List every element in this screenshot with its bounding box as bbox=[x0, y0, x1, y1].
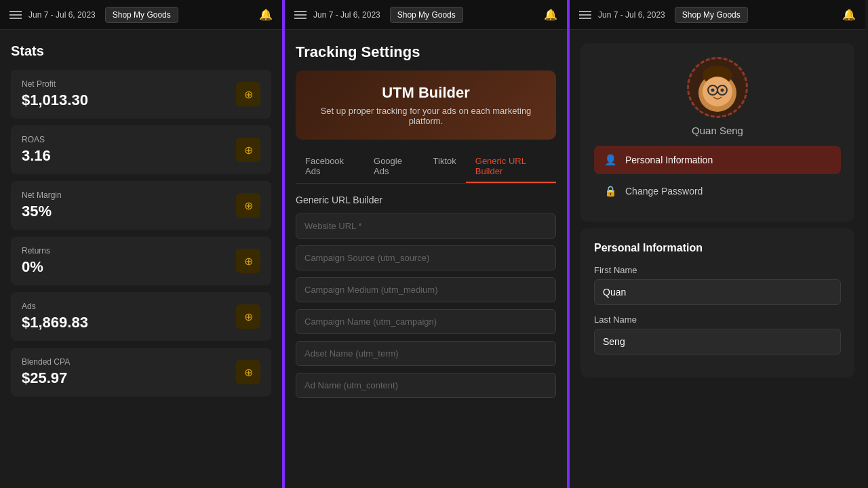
stat-target-icon: ⊕ bbox=[236, 360, 260, 384]
stat-target-icon: ⊕ bbox=[236, 304, 260, 329]
stat-value: 3.16 bbox=[22, 147, 51, 165]
stat-label: Ads bbox=[22, 302, 88, 311]
form-fields bbox=[296, 214, 556, 405]
stat-label: Returns bbox=[22, 246, 50, 256]
left-date: Jun 7 - Jul 6, 2023 bbox=[28, 10, 96, 20]
stat-info: ROAS 3.16 bbox=[22, 135, 51, 165]
left-content: Stats Net Profit $1,013.30 ⊕ ROAS 3.16 ⊕… bbox=[0, 30, 282, 488]
utm-banner: UTM Builder Set up proper tracking for y… bbox=[296, 70, 556, 140]
stat-info: Net Profit $1,013.30 bbox=[22, 79, 88, 109]
stat-label: Net Margin bbox=[22, 190, 62, 200]
stat-card: ROAS 3.16 ⊕ bbox=[11, 125, 271, 174]
left-bell-icon[interactable]: 🔔 bbox=[259, 8, 273, 21]
middle-bell-icon[interactable]: 🔔 bbox=[544, 8, 557, 21]
svg-point-8 bbox=[721, 89, 724, 92]
stat-value: $1,869.83 bbox=[22, 314, 88, 331]
personal-info-section: Personal Information First Name Last Nam… bbox=[580, 228, 854, 378]
stat-label: Net Profit bbox=[22, 79, 88, 89]
middle-shop-button[interactable]: Shop My Goods bbox=[390, 7, 463, 23]
left-panel: Jun 7 - Jul 6, 2023 Shop My Goods 🔔 Stat… bbox=[0, 0, 285, 488]
tab-item[interactable]: Tiktok bbox=[424, 150, 466, 183]
stat-target-icon: ⊕ bbox=[236, 138, 260, 162]
first-name-label: First Name bbox=[594, 265, 841, 275]
stat-target-icon: ⊕ bbox=[236, 249, 260, 273]
stats-list: Net Profit $1,013.30 ⊕ ROAS 3.16 ⊕ Net M… bbox=[11, 70, 271, 396]
profile-name: Quan Seng bbox=[692, 125, 743, 136]
stat-target-icon: ⊕ bbox=[236, 193, 260, 218]
middle-content: Tracking Settings UTM Builder Set up pro… bbox=[285, 30, 567, 488]
utm-form-input[interactable] bbox=[296, 277, 556, 302]
utm-banner-subtitle: Set up proper tracking for your ads on e… bbox=[309, 106, 542, 126]
tab-item[interactable]: Google Ads bbox=[364, 150, 424, 183]
stat-info: Ads $1,869.83 bbox=[22, 302, 88, 331]
stat-card: Ads $1,869.83 ⊕ bbox=[11, 292, 271, 341]
right-shop-button[interactable]: Shop My Goods bbox=[675, 7, 748, 23]
middle-menu-icon[interactable] bbox=[294, 11, 307, 19]
right-bell-icon[interactable]: 🔔 bbox=[842, 8, 856, 21]
middle-date: Jun 7 - Jul 6, 2023 bbox=[313, 10, 380, 20]
middle-panel: Jun 7 - Jul 6, 2023 Shop My Goods 🔔 Trac… bbox=[285, 0, 570, 488]
right-menu-icon[interactable] bbox=[579, 11, 591, 19]
stat-card: Net Margin 35% ⊕ bbox=[11, 181, 271, 230]
menu-item-label: Change Password bbox=[625, 186, 703, 197]
tab-item[interactable]: Generic URL Builder bbox=[466, 150, 556, 183]
left-topbar: Jun 7 - Jul 6, 2023 Shop My Goods 🔔 bbox=[0, 0, 282, 30]
last-name-input[interactable] bbox=[594, 329, 841, 354]
middle-topbar: Jun 7 - Jul 6, 2023 Shop My Goods 🔔 bbox=[285, 0, 567, 30]
stat-value: 35% bbox=[22, 203, 62, 220]
left-menu-icon[interactable] bbox=[9, 11, 22, 19]
profile-menu-item[interactable]: 🔒 Change Password bbox=[594, 177, 841, 205]
form-section-label: Generic URL Builder bbox=[296, 195, 556, 205]
tabs-row: Facebook AdsGoogle AdsTiktokGeneric URL … bbox=[296, 150, 556, 184]
stat-card: Blended CPA $25.97 ⊕ bbox=[11, 348, 271, 396]
profile-card: Quan Seng 👤 Personal Information 🔒 Chang… bbox=[580, 43, 854, 222]
utm-form-input[interactable] bbox=[296, 373, 556, 398]
stat-value: 0% bbox=[22, 258, 50, 276]
menu-item-label: Personal Information bbox=[625, 155, 713, 165]
stat-value: $1,013.30 bbox=[22, 92, 88, 109]
stat-label: Blended CPA bbox=[22, 357, 70, 367]
utm-form-input[interactable] bbox=[296, 214, 556, 239]
utm-banner-title: UTM Builder bbox=[309, 84, 542, 102]
avatar bbox=[687, 57, 748, 118]
stat-label: ROAS bbox=[22, 135, 51, 144]
utm-form-input[interactable] bbox=[296, 341, 556, 366]
profile-menu-item[interactable]: 👤 Personal Information bbox=[594, 146, 841, 174]
tab-item[interactable]: Facebook Ads bbox=[296, 150, 364, 183]
first-name-input[interactable] bbox=[594, 279, 841, 305]
right-content: Quan Seng 👤 Personal Information 🔒 Chang… bbox=[570, 30, 865, 488]
right-topbar: Jun 7 - Jul 6, 2023 Shop My Goods 🔔 bbox=[570, 0, 865, 30]
stat-info: Returns 0% bbox=[22, 246, 50, 276]
menu-item-icon: 🔒 bbox=[604, 184, 617, 198]
left-shop-button[interactable]: Shop My Goods bbox=[105, 7, 178, 23]
profile-menu: 👤 Personal Information 🔒 Change Password bbox=[594, 146, 841, 208]
stat-target-icon: ⊕ bbox=[236, 82, 260, 106]
stats-title: Stats bbox=[11, 43, 271, 59]
stat-info: Blended CPA $25.97 bbox=[22, 357, 70, 387]
stat-card: Returns 0% ⊕ bbox=[11, 237, 271, 285]
stat-info: Net Margin 35% bbox=[22, 190, 62, 220]
svg-point-7 bbox=[711, 89, 715, 92]
personal-info-title: Personal Information bbox=[594, 242, 841, 254]
last-name-label: Last Name bbox=[594, 314, 841, 325]
right-date: Jun 7 - Jul 6, 2023 bbox=[598, 10, 665, 20]
right-panel: Jun 7 - Jul 6, 2023 Shop My Goods 🔔 bbox=[570, 0, 865, 488]
tracking-title: Tracking Settings bbox=[296, 43, 556, 61]
stat-value: $25.97 bbox=[22, 369, 70, 387]
stat-card: Net Profit $1,013.30 ⊕ bbox=[11, 70, 271, 119]
utm-form-input[interactable] bbox=[296, 245, 556, 270]
menu-item-icon: 👤 bbox=[604, 153, 617, 167]
utm-form-input[interactable] bbox=[296, 309, 556, 334]
